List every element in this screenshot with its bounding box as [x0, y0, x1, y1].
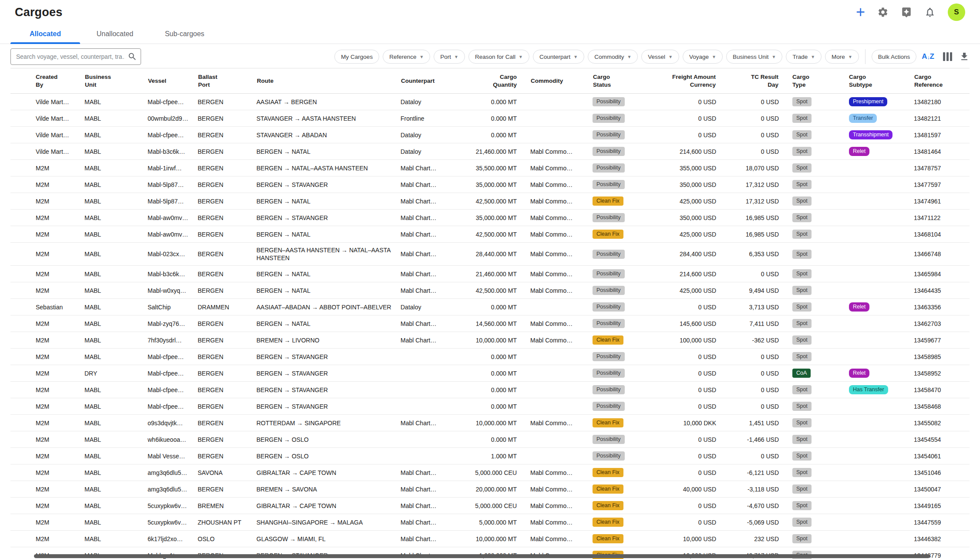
- add-plus-icon[interactable]: +: [856, 5, 865, 19]
- table-row[interactable]: M2MMABL7hf30ysdrl…BERGENBREMEN → LIVORNO…: [10, 332, 970, 349]
- table-row[interactable]: Vilde Mart…MABLMabl-cfpee…BERGENAASIAAT …: [10, 94, 970, 110]
- cell-cargo_status: Possibility: [593, 210, 660, 226]
- column-header-business_unit[interactable]: Business Unit: [84, 68, 148, 94]
- table-row[interactable]: M2MMABLMabl Vesse…BERGENBERGEN → OSLO1.0…: [10, 448, 970, 464]
- cell-route: BERGEN → STAVANGER: [256, 382, 401, 398]
- cell-freight_amount_currency: 214,600 USD: [660, 266, 716, 282]
- cargo-type-badge: Spot: [792, 385, 812, 394]
- columns-icon[interactable]: [943, 52, 952, 61]
- column-header-cargo_subtype[interactable]: Cargo Subtype: [836, 68, 914, 94]
- column-header-commodity[interactable]: Commodity: [530, 68, 593, 94]
- cell-ballast_port: BERGEN: [198, 176, 256, 193]
- table-row[interactable]: M2MMABLMabl-cfpee…BERGENBERGEN → STAVANG…: [10, 382, 970, 398]
- filter-chip-my-cargoes[interactable]: My Cargoes: [334, 50, 379, 64]
- column-header-created_by[interactable]: Created By: [10, 68, 84, 94]
- tab-unallocated[interactable]: Unallocated: [80, 24, 150, 44]
- cell-business_unit: MABL: [84, 210, 148, 226]
- cell-business_unit: MABL: [84, 110, 148, 127]
- cell-cargo_type: Spot: [779, 160, 836, 176]
- cell-route: BERGEN–AASTA HANSTEEN → NATAL–AASTA HANS…: [256, 243, 401, 266]
- tab-sub-cargoes[interactable]: Sub-cargoes: [150, 24, 219, 44]
- table-row[interactable]: M2MDRYMabl-cfpee…BERGENBERGEN → STAVANGE…: [10, 365, 970, 382]
- table-row[interactable]: M2MMABLamg3q6dlu5…SAVONAGIBRALTAR → CAPE…: [10, 464, 970, 481]
- cell-cargo_type: Spot: [779, 127, 836, 143]
- cell-cargo_reference: 13454554: [914, 431, 970, 448]
- filter-chip-vessel[interactable]: Vessel▼: [641, 50, 679, 64]
- column-header-counterpart[interactable]: Counterpart: [401, 68, 462, 94]
- column-header-cargo_status[interactable]: Cargo Status: [593, 68, 660, 94]
- chevron-down-icon: ▼: [627, 54, 631, 59]
- chevron-down-icon: ▼: [772, 54, 776, 59]
- bulk-actions-button[interactable]: Bulk Actions: [872, 50, 917, 64]
- filter-chip-reason-for-call[interactable]: Reason for Call▼: [468, 50, 529, 64]
- cell-vessel: 7hf30ysdrl…: [148, 332, 198, 349]
- cell-counterpart: Dataloy: [401, 299, 462, 315]
- table-row[interactable]: M2MMABLMabl-aw0mv…BERGENBERGEN → NATALMa…: [10, 226, 970, 243]
- table-row[interactable]: M2MMABLMabl-cfpee…BERGENBERGEN → STAVANG…: [10, 398, 970, 415]
- cell-tc_result_day: 3,713 USD: [716, 299, 779, 315]
- table-row[interactable]: M2MMABLMabl-aw0mv…BERGENBERGEN → STAVANG…: [10, 210, 970, 226]
- cell-tc_result_day: 17,312 USD: [716, 193, 779, 210]
- settings-gear-icon[interactable]: [877, 7, 889, 18]
- table-row[interactable]: M2MMABL6k17ljd2xo…OSLOGLASGOW → MIAMI, F…: [10, 531, 970, 547]
- filter-chip-reference[interactable]: Reference▼: [383, 50, 430, 64]
- filter-chip-voyage[interactable]: Voyage▼: [683, 50, 723, 64]
- cell-cargo_status: Possibility: [593, 143, 660, 160]
- table-row[interactable]: M2MMABLMabl-5lp87…BERGENBERGEN → NATALMa…: [10, 193, 970, 210]
- table-row[interactable]: M2MMABLMabl-5lp87…BERGENBERGEN → STAVANG…: [10, 176, 970, 193]
- horizontal-scrollbar[interactable]: [34, 554, 930, 558]
- avatar[interactable]: S: [948, 3, 965, 21]
- cell-vessel: amg3q6dlu5…: [148, 464, 198, 481]
- filter-chip-trade[interactable]: Trade▼: [786, 50, 822, 64]
- table-row[interactable]: M2MMABLMabl-w0xyq…BERGENBERGEN → NATALMa…: [10, 282, 970, 299]
- table-row[interactable]: M2MMABLamg3q6dlu5…BERGENBREMEN → SAVONAM…: [10, 481, 970, 498]
- column-header-cargo_type[interactable]: Cargo Type: [779, 68, 836, 94]
- filter-chip-business-unit[interactable]: Business Unit▼: [726, 50, 782, 64]
- cell-cargo_reference: 13481464: [914, 143, 970, 160]
- sort-alpha-icon[interactable]: A↓Z: [922, 52, 934, 61]
- filter-chip-counterpart[interactable]: Counterpart▼: [533, 50, 584, 64]
- cell-route: AASIAAT → BERGEN: [256, 94, 401, 110]
- cell-cargo_reference: 13458470: [914, 382, 970, 398]
- table-row[interactable]: M2MMABL5cuxypkw6v…BREMENGIBRALTAR → CAPE…: [10, 498, 970, 514]
- cell-tc_result_day: 0 USD: [716, 127, 779, 143]
- table-row[interactable]: M2MMABLo9s3dqvjtk…BERGENROTTERDAM → SING…: [10, 415, 970, 431]
- assistant-icon[interactable]: [901, 7, 912, 18]
- filter-chip-commodity[interactable]: Commodity▼: [588, 50, 638, 64]
- cell-cargo_type: Spot: [779, 332, 836, 349]
- table-row[interactable]: M2MMABLMabl-023cx…BERGENBERGEN–AASTA HAN…: [10, 243, 970, 266]
- tab-allocated[interactable]: Allocated: [10, 24, 80, 44]
- cell-cargo_type: Spot: [779, 282, 836, 299]
- search-input[interactable]: [10, 48, 141, 65]
- table-row[interactable]: Vilde Mart…MABLMabl-cfpee…BERGENSTAVANGE…: [10, 127, 970, 143]
- table-row[interactable]: M2MMABL5cuxypkw6v…ZHOUSHAN PTSHANGHAI–SI…: [10, 514, 970, 531]
- cell-ballast_port: BERGEN: [198, 243, 256, 266]
- table-row[interactable]: M2MMABLwh6ikueooa…BERGENBERGEN → OSLO0.0…: [10, 431, 970, 448]
- filter-chip-port[interactable]: Port▼: [434, 50, 465, 64]
- cargo-status-badge: Possibility: [593, 147, 625, 156]
- notifications-bell-icon[interactable]: [924, 7, 936, 18]
- column-header-ballast_port[interactable]: Ballast Port: [198, 68, 256, 94]
- cargo-status-badge: Possibility: [593, 369, 625, 378]
- table-row[interactable]: SebastianMABLSaltChipDRAMMENAASIAAT–ABAD…: [10, 299, 970, 315]
- cell-counterpart: Mabl Chart…: [401, 481, 462, 498]
- column-header-tc_result_day[interactable]: TC Result Day: [716, 68, 779, 94]
- table-row[interactable]: M2MMABLMabl-zyq76…BERGENBERGEN → NATALMa…: [10, 315, 970, 332]
- table-row[interactable]: M2MMABLMabl-cfpee…BERGENBERGEN → STAVANG…: [10, 349, 970, 365]
- cell-tc_result_day: 18,070 USD: [716, 160, 779, 176]
- table-row[interactable]: Vilde Mart…MABL00wmbul2d9…BERGENSTAVANGE…: [10, 110, 970, 127]
- column-header-freight_amount_currency[interactable]: Freight Amount Currency: [660, 68, 716, 94]
- column-header-cargo_quantity[interactable]: Cargo Quantity: [462, 68, 530, 94]
- column-header-route[interactable]: Route: [256, 68, 401, 94]
- column-header-cargo_reference[interactable]: Cargo Reference: [914, 68, 970, 94]
- filter-chip-more[interactable]: More▼: [825, 50, 859, 64]
- column-header-vessel[interactable]: Vessel: [148, 68, 198, 94]
- table-row[interactable]: Vilde Mart…MABLMabl-b3c6k…BERGENBERGEN →…: [10, 143, 970, 160]
- cell-route: BERGEN → OSLO: [256, 448, 401, 464]
- cell-created_by: M2M: [10, 282, 84, 299]
- cell-cargo_type: Spot: [779, 226, 836, 243]
- table-row[interactable]: M2MMABLMabl-1irwf…BERGENBERGEN → NATAL–A…: [10, 160, 970, 176]
- table-row[interactable]: M2MMABLMabl-b3c6k…BERGENBERGEN → NATALMa…: [10, 266, 970, 282]
- cell-vessel: Mabl-cfpee…: [148, 382, 198, 398]
- download-icon[interactable]: [959, 51, 970, 62]
